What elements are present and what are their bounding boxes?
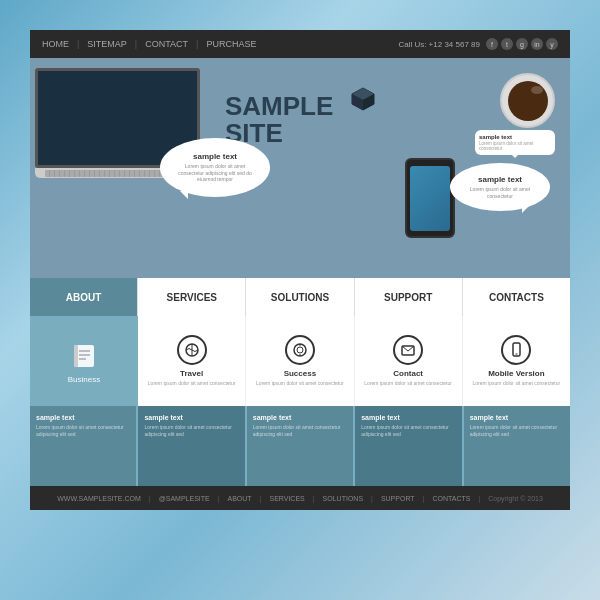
- tile-2-text: Lorem ipsum dolor sit amet consectetur a…: [144, 424, 238, 438]
- service-success-desc: Lorem ipsum dolor sit amet consectetur: [256, 380, 344, 387]
- tile-3: sample text Lorem ipsum dolor sit amet c…: [247, 406, 355, 486]
- success-icon: [285, 335, 315, 365]
- tile-3-text: Lorem ipsum dolor sit amet consectetur a…: [253, 424, 347, 438]
- social-icon-1[interactable]: f: [486, 38, 498, 50]
- tile-4: sample text Lorem ipsum dolor sit amet c…: [355, 406, 463, 486]
- nav-contact[interactable]: CONTACT: [135, 39, 188, 49]
- tile-1-title: sample text: [36, 414, 130, 421]
- nav-home[interactable]: HOME: [42, 39, 69, 49]
- bubble-left-text: Lorem ipsum dolor sit amet consectetur a…: [172, 163, 258, 183]
- about-col: Business: [30, 316, 138, 406]
- service-travel: Travel Lorem ipsum dolor sit amet consec…: [138, 316, 246, 406]
- footer-solutions[interactable]: SOLUTIONS: [323, 495, 363, 502]
- footer: WWW.SAMPLESITE.COM | @SAMPLESITE | ABOUT…: [30, 486, 570, 510]
- service-mobile-desc: Lorem ipsum dolor sit amet consectetur: [473, 380, 561, 387]
- nav-right: Call Us: +12 34 567 89 f t g in y: [398, 38, 558, 50]
- phone-screen: [410, 166, 450, 231]
- service-travel-desc: Lorem ipsum dolor sit amet consectetur: [148, 380, 236, 387]
- service-mobile: Mobile Version Lorem ipsum dolor sit ame…: [463, 316, 570, 406]
- footer-contacts[interactable]: CONTACTS: [432, 495, 470, 502]
- nav-tabs: ABOUT SERVICES SOLUTIONS SUPPORT CONTACT…: [30, 278, 570, 316]
- footer-services[interactable]: SERVICES: [269, 495, 304, 502]
- social-icon-4[interactable]: in: [531, 38, 543, 50]
- tile-2: sample text Lorem ipsum dolor sit amet c…: [138, 406, 246, 486]
- tile-4-text: Lorem ipsum dolor sit amet consectetur a…: [361, 424, 455, 438]
- tab-support[interactable]: SUPPORT: [355, 278, 463, 316]
- site-title-line1: SAMPLE: [225, 91, 333, 121]
- travel-icon: [177, 335, 207, 365]
- coffee-liquid: [508, 81, 548, 121]
- tile-5: sample text Lorem ipsum dolor sit amet c…: [464, 406, 570, 486]
- tile-2-title: sample text: [144, 414, 238, 421]
- bubble-right-text: Lorem ipsum dolor sit amet consectetur: [460, 186, 540, 199]
- social-icon-5[interactable]: y: [546, 38, 558, 50]
- service-contact-name: Contact: [393, 369, 423, 378]
- tab-contacts[interactable]: CONTACTS: [463, 278, 570, 316]
- about-label: Business: [68, 375, 100, 384]
- coffee-cup: [500, 73, 555, 128]
- main-container: HOME SITEMAP CONTACT PURCHASE Call Us: +…: [30, 30, 570, 570]
- social-icon-3[interactable]: g: [516, 38, 528, 50]
- bubble-right-title: sample text: [478, 175, 522, 184]
- tab-solutions[interactable]: SOLUTIONS: [246, 278, 354, 316]
- tile-5-text: Lorem ipsum dolor sit amet consectetur a…: [470, 424, 564, 438]
- tile-1: sample text Lorem ipsum dolor sit amet c…: [30, 406, 138, 486]
- nav-bar: HOME SITEMAP CONTACT PURCHASE Call Us: +…: [30, 30, 570, 58]
- service-travel-name: Travel: [180, 369, 203, 378]
- nav-links: HOME SITEMAP CONTACT PURCHASE: [42, 39, 256, 49]
- tile-5-title: sample text: [470, 414, 564, 421]
- about-book-icon: [68, 339, 100, 371]
- small-speech-bubble: sample text Lorem ipsum dolor sit amet c…: [475, 130, 555, 155]
- phone-illustration: [405, 158, 455, 238]
- service-success-name: Success: [284, 369, 316, 378]
- service-mobile-name: Mobile Version: [488, 369, 544, 378]
- social-icon-2[interactable]: t: [501, 38, 513, 50]
- services-section: Business Travel Lorem ipsum dolor sit am…: [30, 316, 570, 406]
- services-cols: Travel Lorem ipsum dolor sit amet consec…: [138, 316, 570, 406]
- site-title-area: SAMPLE SITE: [225, 93, 333, 148]
- social-icons: f t g in y: [486, 38, 558, 50]
- tile-3-title: sample text: [253, 414, 347, 421]
- coffee-cup-area: [500, 73, 555, 128]
- footer-social[interactable]: @SAMPLESITE: [159, 495, 210, 502]
- speech-bubble-right: sample text Lorem ipsum dolor sit amet c…: [450, 163, 550, 211]
- mobile-icon: [501, 335, 531, 365]
- tab-services[interactable]: SERVICES: [138, 278, 246, 316]
- nav-purchase[interactable]: PURCHASE: [196, 39, 256, 49]
- contact-icon: [393, 335, 423, 365]
- svg-point-12: [297, 347, 303, 353]
- hero-section: SAMPLE SITE sample text Lorem ip: [30, 58, 570, 278]
- coffee-highlight: [531, 86, 543, 94]
- footer-website[interactable]: WWW.SAMPLESITE.COM: [57, 495, 141, 502]
- phone: [405, 158, 455, 238]
- speech-bubble-left: sample text Lorem ipsum dolor sit amet c…: [160, 138, 270, 197]
- service-contact-desc: Lorem ipsum dolor sit amet consectetur: [364, 380, 452, 387]
- service-success: Success Lorem ipsum dolor sit amet conse…: [246, 316, 354, 406]
- bubble-left-title: sample text: [193, 152, 237, 161]
- svg-rect-5: [74, 345, 78, 367]
- copyright: Copyright © 2013: [488, 495, 543, 502]
- bottom-tiles: sample text Lorem ipsum dolor sit amet c…: [30, 406, 570, 486]
- tile-1-text: Lorem ipsum dolor sit amet consectetur a…: [36, 424, 130, 438]
- call-text: Call Us: +12 34 567 89: [398, 40, 480, 49]
- nav-sitemap[interactable]: SITEMAP: [77, 39, 127, 49]
- box-icon: [350, 86, 376, 116]
- service-contact: Contact Lorem ipsum dolor sit amet conse…: [355, 316, 463, 406]
- footer-about[interactable]: ABOUT: [228, 495, 252, 502]
- tab-about[interactable]: ABOUT: [30, 278, 138, 316]
- footer-support[interactable]: SUPPORT: [381, 495, 415, 502]
- tile-4-title: sample text: [361, 414, 455, 421]
